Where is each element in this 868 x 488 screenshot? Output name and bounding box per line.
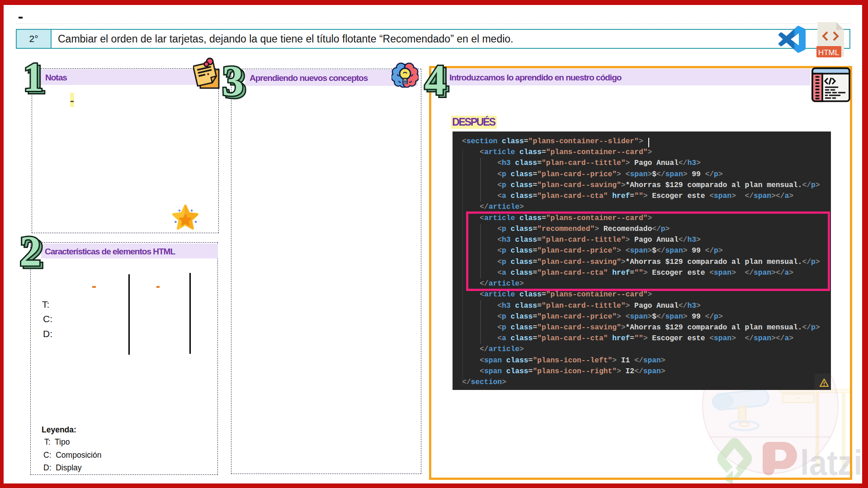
svg-text:4: 4 — [425, 61, 446, 103]
svg-text:1: 1 — [23, 57, 43, 99]
svg-text:HTML: HTML — [818, 48, 839, 57]
svg-text:2: 2 — [19, 232, 41, 273]
svg-text:3: 3 — [222, 62, 244, 104]
